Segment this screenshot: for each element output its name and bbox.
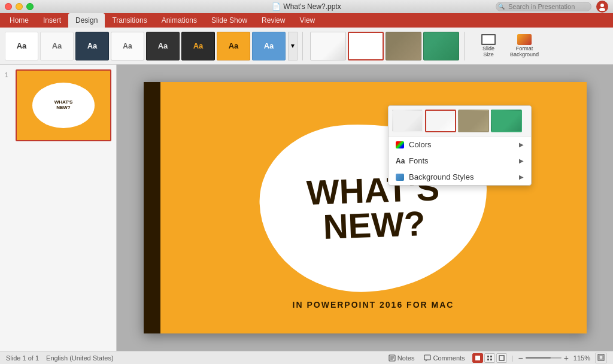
language-info: English (United States) [46,354,114,362]
notes-label: Notes [397,354,415,362]
ribbon-content: Aa Aa Aa Aa Aa Aa Aa Aa ▼ Sli [0,28,613,65]
tab-home[interactable]: Home [2,13,36,28]
dropdown-item-fonts[interactable]: Aa Fonts ▶ [389,153,531,169]
dropdown-theme-row [389,106,531,136]
slide-number: 1 [5,69,13,78]
theme-thumb-4[interactable]: Aa [111,32,144,60]
slide-size-button[interactable]: SlideSize [472,32,505,60]
theme-thumb-5[interactable]: Aa [146,32,180,60]
tab-animations[interactable]: Animations [154,13,204,28]
svg-point-1 [599,8,605,11]
status-bar: Slide 1 of 1 English (United States) Not… [0,351,613,364]
file-icon: 📄 [272,2,281,11]
close-button[interactable] [5,3,12,10]
tab-slide-show[interactable]: Slide Show [204,13,254,28]
theme-variant-4[interactable] [423,32,459,60]
tab-view[interactable]: View [292,13,322,28]
theme-grid: Aa Aa Aa Aa Aa Aa Aa Aa [5,32,286,60]
window-controls [5,3,34,10]
format-background-button[interactable]: FormatBackground [508,32,541,60]
slide-editor[interactable]: WHAT'S NEW? IN POWERPOINT 2016 FOR MAC C… [117,65,613,351]
slide-thumbnail-1[interactable]: WHAT'SNEW? [16,69,111,141]
theme-thumb-1[interactable]: Aa [5,32,38,60]
divider-2 [464,32,465,60]
svg-rect-14 [598,354,604,360]
theme-right-section [310,32,459,60]
slide-size-icon [481,34,496,45]
svg-rect-11 [487,359,489,360]
tab-transitions[interactable]: Transitions [105,13,154,28]
slide-thumb-text: WHAT'SNEW? [54,100,73,111]
theme-thumb-2[interactable]: Aa [40,32,74,60]
theme-thumb-8[interactable]: Aa [252,32,286,60]
dropdown-colors-label: Colors [409,140,432,149]
dropdown-item-colors[interactable]: Colors ▶ [389,136,531,153]
svg-point-0 [600,4,604,7]
theme-thumb-3[interactable]: Aa [75,32,109,60]
dd-thumb-3[interactable] [458,110,489,132]
theme-variant-1[interactable] [310,32,346,60]
dropdown-fonts-label: Fonts [409,156,429,165]
title-bar: 📄 What's New?.pptx [0,0,613,13]
svg-rect-9 [487,356,489,357]
zoom-level: 115% [573,354,590,362]
background-icon [396,174,404,181]
svg-rect-15 [599,356,603,359]
search-wrapper [496,2,591,11]
divider-line: | [512,354,514,362]
format-background-label: FormatBackground [510,46,539,58]
zoom-minus-button[interactable]: − [518,353,523,363]
main-area: 1 WHAT'SNEW? WHAT'S NEW? IN POWERPOINT 2… [0,65,613,351]
comments-button[interactable]: Comments [421,354,467,362]
view-reading-button[interactable] [496,353,507,363]
slide-info: Slide 1 of 1 [6,354,39,362]
svg-marker-7 [426,360,427,362]
view-grid-button[interactable] [484,353,495,363]
dropdown-colors-arrow: ▶ [519,141,524,148]
dd-thumb-1[interactable] [392,110,423,132]
ribbon-tabs: Home Insert Design Transitions Animation… [0,13,613,28]
zoom-slider[interactable] [526,357,562,359]
theme-more-button[interactable]: ▼ [288,32,298,60]
status-bar-right: Notes Comments [386,353,607,363]
fit-button[interactable] [595,353,607,363]
dropdown-background-arrow: ▶ [519,174,524,180]
slide-panel: 1 WHAT'SNEW? [0,65,117,351]
zoom-track [526,357,551,359]
dropdown-background-label: Background Styles [409,172,474,181]
theme-thumb-6[interactable]: Aa [181,32,215,60]
slide-thumb-blob: WHAT'SNEW? [32,83,95,128]
view-normal-icon [475,355,481,361]
ribbon-actions: SlideSize FormatBackground [472,32,541,60]
notes-icon [389,354,396,362]
zoom-controls: − + [518,353,568,363]
theme-thumb-7[interactable]: Aa [217,32,250,60]
slide-size-label: SlideSize [482,46,494,58]
view-grid-icon [487,355,493,361]
maximize-button[interactable] [26,3,34,10]
svg-rect-13 [499,356,504,360]
palette-icon [396,141,404,148]
user-icon [598,2,606,11]
zoom-plus-button[interactable]: + [564,353,569,363]
notes-button[interactable]: Notes [386,354,417,362]
tab-design[interactable]: Design [68,13,105,28]
slide-thumbnail-wrapper: 1 WHAT'SNEW? [5,69,111,141]
minimize-button[interactable] [16,3,23,10]
slide-subtitle: IN POWERPOINT 2016 FOR MAC [160,300,587,310]
dropdown-item-background[interactable]: Background Styles ▶ [389,169,531,185]
view-normal-button[interactable] [472,353,483,363]
ribbon: Home Insert Design Transitions Animation… [0,13,613,65]
tab-insert[interactable]: Insert [36,13,68,28]
slide-thumb-inner: WHAT'SNEW? [17,71,110,140]
theme-variant-3[interactable] [386,32,421,60]
theme-variant-2[interactable] [348,32,384,60]
title-bar-center: 📄 What's New?.pptx [272,2,341,11]
title-bar-right [496,1,608,13]
dd-thumb-2[interactable] [425,110,456,132]
search-input[interactable] [496,2,591,11]
dd-thumb-4[interactable] [491,110,522,132]
tab-review[interactable]: Review [254,13,292,28]
user-avatar[interactable] [596,1,608,13]
svg-rect-10 [490,356,492,357]
